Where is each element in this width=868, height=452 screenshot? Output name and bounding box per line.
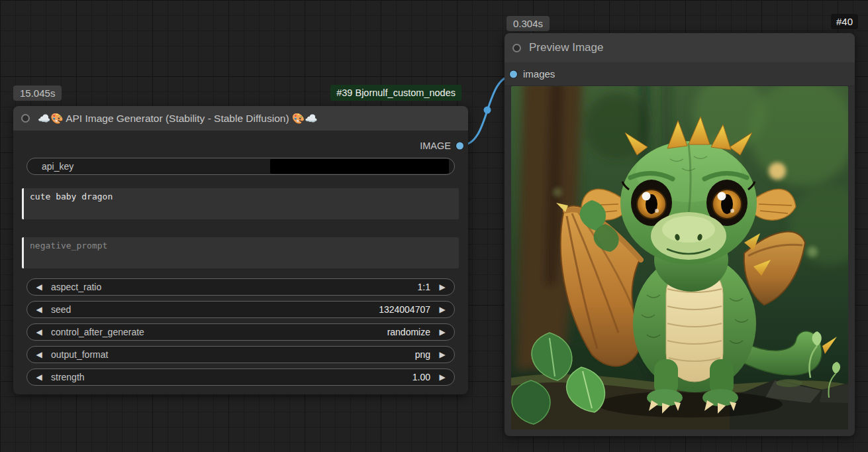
execution-time-badge: 15.045s (13, 85, 62, 101)
combo-label: seed (51, 304, 71, 315)
decrement-arrow-icon[interactable]: ◀ (27, 305, 51, 314)
input-slot-images: images (505, 62, 855, 86)
output-slot-label: IMAGE (420, 141, 451, 151)
decrement-arrow-icon[interactable]: ◀ (27, 282, 51, 292)
node-graph-canvas[interactable]: 15.045s #39 Bjornulf_custom_nodes 0.304s… (0, 0, 868, 452)
decrement-arrow-icon[interactable]: ◀ (27, 350, 51, 359)
node-title: ☁️🎨 API Image Generator (Stability - Sta… (38, 113, 318, 125)
node-preview-image[interactable]: Preview Image images (505, 33, 855, 436)
node-title: Preview Image (529, 41, 603, 54)
link-midpoint-dot (484, 107, 491, 114)
combo-label: aspect_ratio (51, 282, 101, 292)
combo-strength[interactable]: ◀ strength 1.00 ▶ (26, 368, 455, 386)
image-output-port-icon[interactable] (456, 142, 463, 150)
execution-time-badge: 0.304s (506, 16, 550, 31)
combo-output-format[interactable]: ◀ output_format png ▶ (26, 346, 455, 363)
api-key-redacted-value (270, 159, 449, 174)
prompt-textarea[interactable]: cute baby dragon (22, 188, 459, 219)
combo-label: strength (51, 372, 85, 382)
combo-value: 1:1 (418, 282, 430, 292)
preview-image-dragon (511, 86, 848, 429)
combo-label: control_after_generate (51, 327, 144, 337)
node-id-badge: #40 (831, 14, 858, 29)
increment-arrow-icon[interactable]: ▶ (430, 350, 454, 359)
combo-aspect-ratio[interactable]: ◀ aspect_ratio 1:1 ▶ (26, 278, 455, 296)
increment-arrow-icon[interactable]: ▶ (430, 327, 454, 337)
images-input-port-icon[interactable] (510, 70, 517, 78)
increment-arrow-icon[interactable]: ▶ (430, 305, 454, 314)
node-header[interactable]: ☁️🎨 API Image Generator (Stability - Sta… (13, 106, 468, 131)
increment-arrow-icon[interactable]: ▶ (430, 372, 454, 382)
combo-value: 1.00 (412, 372, 430, 382)
textarea-handle[interactable] (22, 237, 24, 268)
combo-control-after-generate[interactable]: ◀ control_after_generate randomize ▶ (26, 323, 455, 341)
node-header[interactable]: Preview Image (505, 33, 855, 62)
api-key-label: api_key (27, 161, 73, 172)
combo-value: 1324004707 (379, 304, 430, 315)
combo-value: randomize (387, 327, 430, 337)
combo-seed[interactable]: ◀ seed 1324004707 ▶ (26, 301, 455, 318)
collapse-dot-icon[interactable] (21, 114, 30, 123)
negative-prompt-placeholder: negative_prompt (22, 237, 459, 251)
combo-value: png (415, 349, 430, 360)
textarea-handle[interactable] (22, 188, 24, 219)
decrement-arrow-icon[interactable]: ◀ (27, 372, 51, 382)
collapse-dot-icon[interactable] (512, 44, 521, 52)
api-key-field[interactable]: api_key (26, 158, 455, 175)
negative-prompt-textarea[interactable]: negative_prompt (22, 237, 459, 268)
output-slot-image: IMAGE (13, 137, 468, 155)
node-source-badge: #39 Bjornulf_custom_nodes (330, 85, 461, 101)
input-slot-label: images (523, 68, 555, 80)
node-api-image-generator[interactable]: ☁️🎨 API Image Generator (Stability - Sta… (13, 106, 468, 394)
decrement-arrow-icon[interactable]: ◀ (27, 327, 51, 337)
combo-label: output_format (51, 349, 108, 360)
increment-arrow-icon[interactable]: ▶ (430, 282, 454, 292)
prompt-text: cute baby dragon (22, 188, 459, 201)
